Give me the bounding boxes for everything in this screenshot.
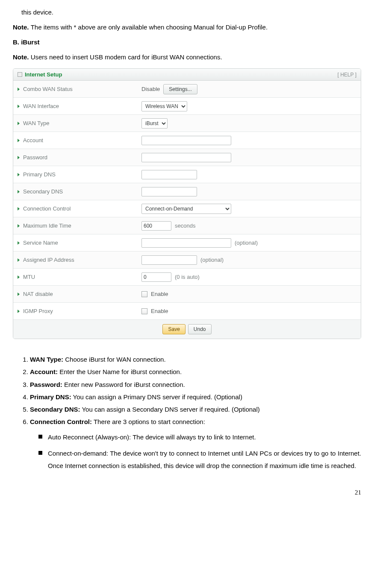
save-button[interactable]: Save [162, 324, 185, 334]
row-assigned-ip: Assigned IP Address (optional) [13, 252, 361, 269]
note-2: Note. Users need to insert USB modem car… [13, 53, 361, 61]
combo-wan-status: Disable [141, 86, 160, 92]
idle-time-unit: seconds [175, 222, 195, 229]
row-combo-wan: Combo WAN Status Disable Settings... [13, 81, 361, 98]
row-igmp-proxy: IGMP Proxy Enable [13, 303, 361, 320]
note-1: Note. The items with * above are only av… [13, 23, 361, 31]
row-connection-control: Connection Control Connect-on-Demand [13, 200, 361, 217]
help-link[interactable]: [ HELP ] [338, 72, 356, 78]
idle-time-input[interactable] [141, 221, 171, 231]
mtu-input[interactable] [141, 272, 171, 282]
row-service-name: Service Name (optional) [13, 234, 361, 252]
connection-control-select[interactable]: Connect-on-Demand [141, 204, 231, 214]
primary-dns-input[interactable] [141, 170, 197, 179]
password-label: Password [23, 154, 47, 161]
item-bold: Password: [30, 381, 62, 388]
account-label: Account [23, 137, 43, 143]
arrow-icon [18, 310, 20, 313]
arrow-icon [18, 258, 20, 262]
arrow-icon [18, 293, 20, 296]
intro-fragment: this device. [21, 9, 361, 16]
igmp-proxy-checkbox[interactable] [141, 308, 147, 314]
password-input[interactable] [141, 153, 231, 162]
panel-title: Internet Setup [18, 71, 62, 78]
wan-type-select[interactable]: iBurst [141, 118, 168, 129]
list-item: Password: Enter new Password for iBurst … [30, 380, 361, 389]
arrow-icon [18, 275, 20, 279]
mtu-label: MTU [23, 274, 35, 280]
panel-title-text: Internet Setup [25, 71, 62, 78]
page-number: 21 [13, 489, 361, 496]
item-text: Choose iBurst for WAN connection. [63, 356, 166, 363]
item-bold: Secondary DNS: [30, 406, 80, 413]
igmp-proxy-label: IGMP Proxy [23, 308, 53, 314]
nat-disable-checkbox[interactable] [141, 291, 147, 297]
arrow-icon [18, 224, 20, 228]
panel-footer: Save Undo [13, 320, 361, 339]
item-text: There are 3 options to start connection: [92, 418, 205, 425]
row-primary-dns: Primary DNS [13, 166, 361, 183]
row-nat-disable: NAT disable Enable [13, 286, 361, 303]
wan-type-label: WAN Type [23, 120, 49, 126]
nat-disable-label: NAT disable [23, 291, 53, 297]
section-b-heading: B. iBurst [13, 38, 361, 46]
connection-control-label: Connection Control [23, 205, 71, 212]
note-1-body: The items with * above are only availabl… [31, 23, 268, 31]
internet-setup-panel: Internet Setup [ HELP ] Combo WAN Status… [13, 68, 361, 339]
sub-list: Auto Reconnect (Always-on): The device w… [30, 431, 361, 472]
secondary-dns-label: Secondary DNS [23, 188, 63, 195]
undo-button[interactable]: Undo [188, 324, 212, 334]
sub-list-item: Connect-on-demand: The device won't try … [38, 448, 361, 472]
arrow-icon [18, 156, 20, 159]
item-bold: Account: [30, 368, 58, 375]
row-wan-interface: WAN Interface Wireless WAN [13, 98, 361, 115]
settings-button[interactable]: Settings... [163, 84, 197, 94]
note-2-body: Users need to insert USB modem card for … [31, 53, 222, 61]
item-bold: Primary DNS: [30, 393, 71, 401]
item-text: Enter new Password for iBurst connection… [62, 381, 185, 388]
item-bold: Connection Control: [30, 418, 92, 425]
assigned-ip-label: Assigned IP Address [23, 257, 74, 263]
arrow-icon [18, 122, 20, 125]
nat-disable-option: Enable [151, 291, 168, 297]
list-item: Connection Control: There are 3 options … [30, 417, 361, 472]
primary-dns-label: Primary DNS [23, 171, 56, 178]
panel-icon [18, 72, 22, 77]
assigned-ip-hint: (optional) [200, 257, 224, 263]
arrow-icon [18, 105, 20, 108]
service-name-label: Service Name [23, 240, 58, 246]
arrow-icon [18, 139, 20, 142]
arrow-icon [18, 173, 20, 176]
item-text: You can assign a Secondary DNS server if… [80, 406, 260, 413]
row-wan-type: WAN Type iBurst [13, 115, 361, 132]
row-secondary-dns: Secondary DNS [13, 183, 361, 200]
wan-interface-label: WAN Interface [23, 103, 59, 109]
igmp-proxy-option: Enable [151, 308, 168, 314]
wan-interface-select[interactable]: Wireless WAN [141, 101, 187, 111]
panel-header: Internet Setup [ HELP ] [13, 69, 361, 81]
secondary-dns-input[interactable] [141, 187, 197, 196]
sub-list-item: Auto Reconnect (Always-on): The device w… [38, 431, 361, 444]
idle-time-label: Maximum Idle Time [23, 222, 71, 229]
service-name-hint: (optional) [235, 240, 258, 246]
service-name-input[interactable] [141, 238, 231, 248]
description-list: WAN Type: Choose iBurst for WAN connecti… [13, 354, 361, 472]
list-item: Account: Enter the User Name for iBurst … [30, 367, 361, 377]
combo-wan-label: Combo WAN Status [23, 86, 73, 92]
list-item: WAN Type: Choose iBurst for WAN connecti… [30, 354, 361, 364]
row-idle-time: Maximum Idle Time seconds [13, 217, 361, 234]
account-input[interactable] [141, 136, 231, 145]
list-item: Secondary DNS: You can assign a Secondar… [30, 404, 361, 414]
row-password: Password [13, 149, 361, 166]
row-mtu: MTU (0 is auto) [13, 269, 361, 286]
arrow-icon [18, 207, 20, 211]
note-1-prefix: Note. [13, 23, 31, 31]
row-account: Account [13, 132, 361, 149]
assigned-ip-input[interactable] [141, 255, 197, 265]
arrow-icon [18, 88, 20, 91]
item-text: You can assign a Primary DNS server if r… [71, 393, 242, 401]
mtu-hint: (0 is auto) [175, 274, 200, 280]
item-bold: WAN Type: [30, 356, 63, 363]
item-text: Enter the User Name for iBurst connectio… [58, 368, 182, 375]
arrow-icon [18, 241, 20, 245]
